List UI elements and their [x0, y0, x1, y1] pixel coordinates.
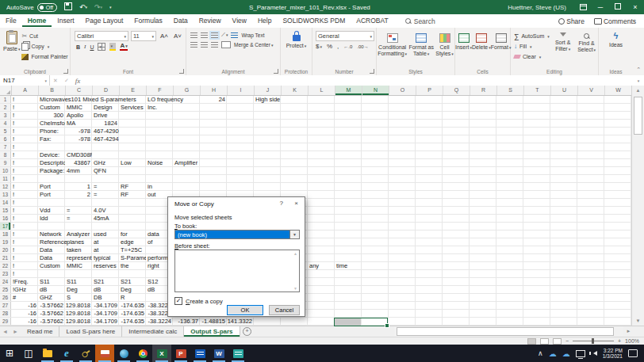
cell-b8[interactable]: Device: [38, 151, 59, 158]
align-right-button[interactable] [211, 42, 218, 48]
conditional-formatting-button[interactable]: ConditionalFormatting [378, 30, 407, 57]
page-layout-view-button[interactable] [540, 338, 549, 345]
account-name[interactable]: Huettner, Steve (US) [508, 4, 566, 11]
cell-a5[interactable]: ! [11, 128, 14, 135]
row-header-25[interactable]: 25 [0, 286, 11, 293]
cell-a25[interactable]: !GHz [11, 286, 26, 293]
cell-b25[interactable]: dB [38, 286, 47, 293]
volume-icon[interactable] [591, 351, 597, 356]
cell-styles-button[interactable]: CellStyles [435, 30, 454, 57]
cell-c4[interactable]: MA [65, 120, 75, 127]
new-sheet-button[interactable]: + [240, 326, 255, 337]
cell-a16[interactable]: ! [11, 215, 14, 222]
cell-a14[interactable]: ! [11, 199, 14, 206]
row-header-21[interactable]: 21 [0, 254, 11, 261]
taskbar-clock[interactable]: 3:22 PM1/3/2021 [603, 348, 623, 360]
align-left-button[interactable] [190, 42, 197, 48]
cell-b3[interactable]: 300 [38, 112, 65, 119]
cell-f22[interactable]: right [146, 262, 159, 269]
cell-d3[interactable]: Drive [92, 112, 108, 119]
column-header-d[interactable]: D [93, 86, 120, 95]
horizontal-scroll-thumb[interactable] [397, 327, 614, 336]
row-header-12[interactable]: 12 [0, 183, 11, 190]
row-header-2[interactable]: 2 [0, 104, 11, 111]
word-icon[interactable]: W [209, 345, 228, 362]
row-header-29[interactable]: 29 [0, 318, 11, 325]
action-center-icon[interactable] [628, 349, 638, 357]
row-header-27[interactable]: 27 [0, 302, 11, 309]
cell-j1[interactable]: High side [254, 96, 280, 103]
insert-cells-button[interactable]: Insert [455, 30, 472, 51]
cell-a29[interactable]: -16 [11, 318, 38, 325]
cell-f1[interactable]: LO frequency [146, 96, 183, 103]
cell-e18[interactable]: for [119, 231, 128, 238]
task-view-icon[interactable]: ◫ [19, 345, 38, 362]
cell-d25[interactable]: dB [92, 286, 101, 293]
cell-f12[interactable]: in [146, 183, 152, 190]
merge-center-button[interactable]: Merge & Center [234, 42, 273, 48]
cell-f19[interactable]: of [146, 238, 152, 246]
font-color-button[interactable]: A [120, 43, 127, 51]
start-icon[interactable]: ⊞ [0, 345, 19, 362]
cell-e19[interactable]: edge [119, 238, 134, 246]
cancel-button[interactable]: Cancel [269, 305, 300, 315]
wrap-text-button[interactable]: Wrap Text [241, 32, 264, 38]
powerpoint-icon[interactable]: P [171, 345, 190, 362]
number-dialog-launcher[interactable] [370, 69, 374, 74]
cell-c13[interactable]: 2 [65, 191, 92, 198]
ideas-button[interactable]: ϟ Ideas [599, 28, 633, 48]
cell-a2[interactable]: ! [11, 104, 14, 111]
column-header-p[interactable]: P [416, 86, 443, 95]
sheet-tab-read-me[interactable]: Read me [21, 326, 59, 337]
cell-h29[interactable]: -1.48815 [200, 318, 227, 325]
column-header-w[interactable]: W [605, 86, 632, 95]
font-size-combobox[interactable]: 11 [131, 31, 156, 41]
cell-d21[interactable]: typical [92, 254, 110, 261]
sort-filter-button[interactable]: Sort & Filter [551, 28, 575, 52]
align-center-button[interactable] [201, 42, 208, 48]
cell-a28[interactable]: -16 [11, 310, 38, 317]
cell-f29[interactable]: -38.3224 [146, 318, 173, 325]
percent-style-button[interactable]: % [327, 43, 332, 50]
cell-a19[interactable]: ! [11, 238, 14, 246]
cell-d20[interactable]: at [92, 246, 98, 253]
cell-c24[interactable]: S11 [65, 278, 77, 285]
row-header-13[interactable]: 13 [0, 191, 11, 198]
cell-e28[interactable]: -174.635 [119, 310, 146, 317]
cell-a9[interactable]: ! [11, 159, 14, 166]
cell-b16[interactable]: Idd [38, 215, 48, 222]
row-header-11[interactable]: 11 [0, 175, 11, 182]
cell-a17[interactable]: ! [11, 223, 14, 230]
middle-align-button[interactable] [201, 32, 208, 38]
cell-a26[interactable]: # [11, 294, 16, 301]
cell-f13[interactable]: out [146, 191, 155, 198]
minimize-button[interactable]: ─ [592, 0, 609, 14]
cell-b28[interactable]: -3.57662 [38, 310, 65, 317]
cell-f24[interactable]: S12 [146, 278, 158, 285]
cell-e27[interactable]: -174.635 [119, 302, 146, 309]
zoom-level[interactable]: 100% [625, 338, 639, 344]
cell-b9[interactable]: Description: [38, 159, 65, 166]
cell-f25[interactable]: dB [146, 286, 155, 293]
ribbon-tab-solidworks-pdm[interactable]: SOLIDWORKS PDM [277, 15, 351, 27]
scroll-up-arrow[interactable]: ▲ [632, 86, 644, 95]
search-box[interactable]: Search [405, 17, 435, 25]
teal-app-icon[interactable] [228, 345, 247, 362]
cell-b13[interactable]: Port [38, 191, 51, 198]
cell-c10[interactable]: 4mm [65, 167, 80, 174]
autosave-toggle[interactable]: Off [37, 3, 57, 12]
tab-scroll-right-button[interactable]: ► [10, 326, 21, 337]
cell-b22[interactable]: Custom [38, 262, 60, 269]
column-header-l[interactable]: L [309, 86, 335, 95]
row-header-4[interactable]: 4 [0, 120, 11, 127]
combobox-dropdown-button[interactable]: ▼ [289, 231, 299, 238]
cell-f9[interactable]: Noise [146, 159, 163, 166]
cell-c19[interactable]: planes [65, 238, 84, 246]
insert-function-button[interactable]: fx [72, 77, 83, 85]
row-header-5[interactable]: 5 [0, 128, 11, 135]
name-box[interactable]: N17▾ [0, 75, 50, 86]
cell-e24[interactable]: S21 [119, 278, 131, 285]
blue-app-icon[interactable] [190, 345, 209, 362]
column-header-s[interactable]: S [497, 86, 524, 95]
cell-h1[interactable]: 24 [200, 96, 227, 103]
